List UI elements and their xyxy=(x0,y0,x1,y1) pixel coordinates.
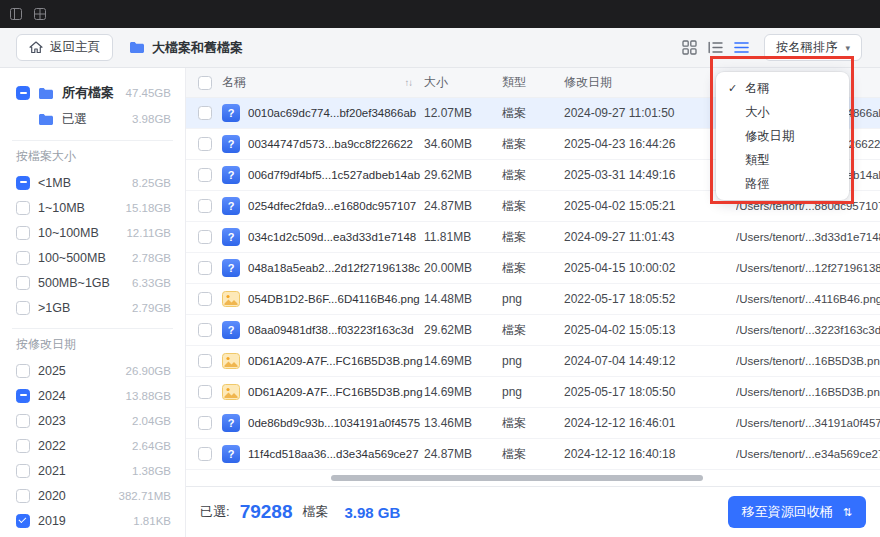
filter-checkbox[interactable] xyxy=(16,201,30,215)
list-view-icon[interactable] xyxy=(734,41,749,54)
file-name: 034c1d2c509d...ea3d33d1e7148 xyxy=(248,231,424,243)
file-size: 20.00MB xyxy=(424,261,502,275)
filter-checkbox[interactable] xyxy=(16,176,30,190)
filter-checkbox[interactable] xyxy=(16,301,30,315)
row-checkbox[interactable] xyxy=(198,230,212,244)
filter-label: >1GB xyxy=(38,301,70,315)
filter-label: 1~10MB xyxy=(38,201,85,215)
file-size: 29.62MB xyxy=(424,168,502,182)
filter-label: 2020 xyxy=(38,489,66,503)
unknown-file-icon: ? xyxy=(222,166,240,184)
all-files-checkbox[interactable] xyxy=(16,86,30,100)
filter-size: 6.33GB xyxy=(132,277,171,289)
row-checkbox[interactable] xyxy=(198,199,212,213)
file-date: 2024-09-27 11:01:50 xyxy=(564,106,736,120)
row-checkbox[interactable] xyxy=(198,106,212,120)
row-checkbox[interactable] xyxy=(198,292,212,306)
sort-menu-item[interactable]: ✓ 名稱 xyxy=(716,76,849,100)
table-row[interactable]: ? 0D61A209-A7F...FC16B5D3B.png 14.69MB p… xyxy=(186,377,880,408)
filter-checkbox[interactable] xyxy=(16,464,30,478)
file-name: 0254dfec2fda9...e1680dc957107 xyxy=(248,200,424,212)
file-date: 2025-04-02 15:05:13 xyxy=(564,323,736,337)
filter-checkbox[interactable] xyxy=(16,364,30,378)
detail-list-view-icon[interactable] xyxy=(708,41,723,54)
table-row[interactable]: ? 08aa09481df38...f03223f163c3d 29.62MB … xyxy=(186,315,880,346)
row-checkbox[interactable] xyxy=(198,137,212,151)
sidebar-filter-item[interactable]: 2021 1.38GB xyxy=(0,458,185,483)
column-date[interactable]: 修改日期 xyxy=(564,74,736,91)
grid-view-icon[interactable] xyxy=(682,40,697,55)
sidebar-filter-item[interactable]: 100~500MB 2.78GB xyxy=(0,245,185,270)
sort-menu-item[interactable]: 大小 xyxy=(716,100,849,124)
sort-arrows-icon[interactable]: ↑↓ xyxy=(405,77,413,88)
column-name[interactable]: 名稱 ↑↓ xyxy=(222,74,424,91)
column-type[interactable]: 類型 xyxy=(502,74,564,91)
sidebar-filter-item[interactable]: 2023 2.04GB xyxy=(0,408,185,433)
sidebar-all-files[interactable]: 所有檔案 47.45GB xyxy=(0,80,185,106)
file-path: /Users/tenort/...880dc957107 xyxy=(736,200,880,212)
table-row[interactable]: ? 034c1d2c509d...ea3d33d1e7148 11.81MB 檔… xyxy=(186,222,880,253)
filter-checkbox[interactable] xyxy=(16,489,30,503)
row-checkbox[interactable] xyxy=(198,447,212,461)
folder-icon xyxy=(38,87,54,100)
sidebar-filter-item[interactable]: 2025 26.90GB xyxy=(0,358,185,383)
window-grid-icon[interactable] xyxy=(34,8,46,20)
file-type: 檔案 xyxy=(502,322,564,339)
unknown-file-icon: ? xyxy=(222,135,240,153)
sort-menu-item[interactable]: 類型 xyxy=(716,148,849,172)
file-size: 12.07MB xyxy=(424,106,502,120)
filter-checkbox[interactable] xyxy=(16,389,30,403)
sort-button-label: 按名稱排序 xyxy=(776,39,837,56)
row-checkbox[interactable] xyxy=(198,168,212,182)
row-checkbox[interactable] xyxy=(198,261,212,275)
sidebar-section: 按檔案大小 <1MB 8.25GB 1~10MB 15.18GB 10~100M… xyxy=(0,140,185,320)
sidebar-filter-item[interactable]: 10~100MB 12.11GB xyxy=(0,220,185,245)
sidebar-filter-item[interactable]: 2020 382.71MB xyxy=(0,483,185,508)
sidebar-filter-item[interactable]: 2018 22.93KB xyxy=(0,533,185,537)
file-name: 11f4cd518aa36...d3e34a569ce27 xyxy=(248,448,424,460)
filter-checkbox[interactable] xyxy=(16,251,30,265)
sidebar-filter-item[interactable]: 500MB~1GB 6.33GB xyxy=(0,270,185,295)
column-size[interactable]: 大小 xyxy=(424,74,502,91)
section-title: 按檔案大小 xyxy=(0,141,185,170)
sidebar-filter-item[interactable]: <1MB 8.25GB xyxy=(0,170,185,195)
filter-checkbox[interactable] xyxy=(16,514,30,528)
unknown-file-icon: ? xyxy=(222,321,240,339)
file-date: 2025-04-23 16:44:26 xyxy=(564,137,736,151)
file-path: /Users/tenort/...3223f163c3d xyxy=(736,324,880,336)
unknown-file-icon: ? xyxy=(222,228,240,246)
filter-checkbox[interactable] xyxy=(16,439,30,453)
move-to-trash-button[interactable]: 移至資源回收桶 ⇅ xyxy=(728,496,866,528)
row-checkbox[interactable] xyxy=(198,354,212,368)
sidebar-filter-item[interactable]: >1GB 2.79GB xyxy=(0,295,185,320)
sort-menu-item[interactable]: 路徑 xyxy=(716,172,849,196)
sort-button[interactable]: 按名稱排序 ▾ xyxy=(764,34,862,61)
filter-checkbox[interactable] xyxy=(16,226,30,240)
table-row[interactable]: ? 0de86bd9c93b...1034191a0f4575 13.46MB … xyxy=(186,408,880,439)
table-row[interactable]: ? 0D61A209-A7F...FC16B5D3B.png 14.69MB p… xyxy=(186,346,880,377)
select-all-checkbox[interactable] xyxy=(198,76,212,90)
file-size: 14.69MB xyxy=(424,385,502,399)
table-row[interactable]: ? 054DB1D2-B6F...6D4116B46.png 14.48MB p… xyxy=(186,284,880,315)
window-layout-icon[interactable] xyxy=(10,8,22,20)
folder-icon xyxy=(129,41,145,54)
row-checkbox[interactable] xyxy=(198,385,212,399)
table-row[interactable]: ? 048a18a5eab2...2d12f27196138c 20.00MB … xyxy=(186,253,880,284)
file-size: 24.87MB xyxy=(424,199,502,213)
row-checkbox[interactable] xyxy=(198,323,212,337)
row-checkbox[interactable] xyxy=(198,416,212,430)
back-home-button[interactable]: 返回主頁 xyxy=(16,34,113,61)
sort-menu-item[interactable]: 修改日期 xyxy=(716,124,849,148)
file-date: 2025-04-02 15:05:21 xyxy=(564,199,736,213)
scrollbar-thumb[interactable] xyxy=(331,475,703,481)
filter-checkbox[interactable] xyxy=(16,414,30,428)
sidebar-filter-item[interactable]: 1~10MB 15.18GB xyxy=(0,195,185,220)
filter-checkbox[interactable] xyxy=(16,276,30,290)
file-name: 08aa09481df38...f03223f163c3d xyxy=(248,324,424,336)
sidebar-filter-item[interactable]: 2019 1.81KB xyxy=(0,508,185,533)
table-row[interactable]: ? 11f4cd518aa36...d3e34a569ce27 24.87MB … xyxy=(186,439,880,470)
sidebar-filter-item[interactable]: 2024 13.88GB xyxy=(0,383,185,408)
file-type: 檔案 xyxy=(502,167,564,184)
sidebar-selected[interactable]: 已選 3.98GB xyxy=(0,106,185,132)
sidebar-filter-item[interactable]: 2022 2.64GB xyxy=(0,433,185,458)
